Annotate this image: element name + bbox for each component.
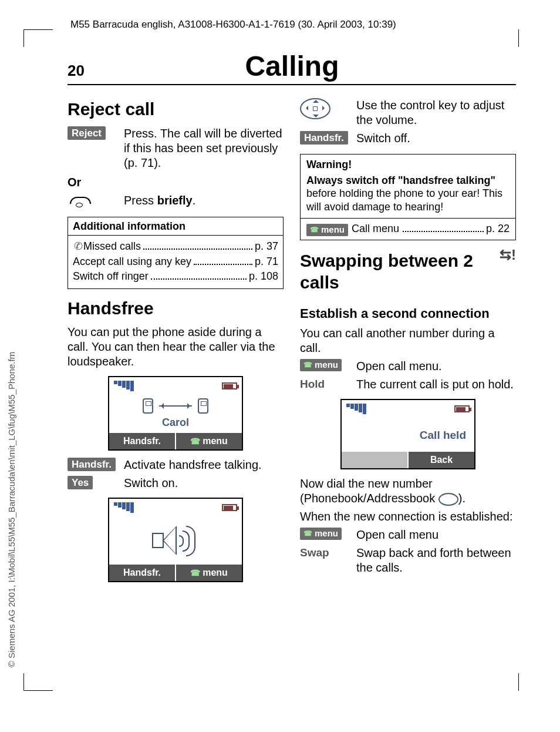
info-row: ✆ Missed calls p. 37 [73, 240, 278, 253]
handsfree-activate-desc: Activate handsfree talking. [124, 458, 284, 472]
hangup-icon [68, 193, 91, 209]
side-copyright: © Siemens AG 2001, I:\Mobil\L55\M55_Barr… [6, 352, 16, 667]
softkey-left: Handsfr. [109, 433, 175, 449]
label-hold: Hold [300, 377, 325, 391]
text: Press [124, 194, 157, 207]
phone-screen-carol: Carol Handsfr. menu [108, 376, 243, 451]
page-number: 20 [68, 62, 85, 80]
page-title: Calling [92, 50, 492, 82]
volume-desc: Use the control key to adjust the volume… [356, 98, 516, 127]
switch-off-desc: Switch off. [356, 131, 516, 146]
warning-bold: Always switch off "handsfree talking" [306, 174, 495, 186]
signal-icon [114, 502, 134, 513]
softkey-menu: menu [300, 528, 342, 540]
arrow-lr-icon [159, 405, 192, 407]
info-page: p. 37 [255, 240, 278, 253]
yes-desc: Switch on. [124, 476, 284, 491]
heading-establish: Establish a second connection [300, 305, 516, 322]
handsfree-intro: You can put the phone aside during a cal… [68, 325, 284, 369]
control-key-icon [300, 98, 330, 119]
signal-icon [114, 381, 134, 391]
signal-icon [346, 404, 366, 414]
or-label: Or [68, 175, 284, 190]
text: . [193, 194, 196, 207]
softkey-handsfree: Handsfr. [68, 458, 116, 471]
caller-name: Carol [114, 416, 237, 429]
call-held-status: Call held [346, 428, 470, 442]
open-menu2-desc: Open call menu [356, 528, 516, 542]
softkey-left: Handsfr. [109, 565, 175, 581]
call-menu-text: Call menu [352, 222, 399, 236]
swap-desc: Swap back and forth between the calls. [356, 546, 516, 575]
info-text: Switch off ringer [73, 270, 149, 283]
title-bar: 20 Calling [68, 50, 516, 85]
warning-title: Warning! [306, 158, 510, 172]
crop-mark [23, 29, 53, 47]
control-key-icon [438, 493, 458, 506]
press-briefly: Press briefly. [124, 193, 284, 208]
battery-icon [222, 382, 237, 389]
softkey-menu: menu [300, 359, 342, 371]
info-text: Missed calls [83, 240, 141, 253]
info-box-title: Additional information [68, 217, 283, 236]
softkey-menu: menu [306, 224, 348, 236]
softkey-right: menu [175, 565, 242, 581]
crop-mark [23, 673, 53, 691]
heading-handsfree: Handsfree [68, 297, 284, 320]
info-page: p. 108 [249, 270, 278, 283]
doc-header: M55 Barracuda english, A31008-H6300-A1-1… [70, 19, 396, 31]
phone-screen-call-held: Call held Back [340, 399, 475, 469]
warning-menu-line: menu Call menu p. 22 [301, 218, 515, 240]
softkey-reject: Reject [68, 126, 106, 140]
text-bold: briefly [157, 194, 193, 207]
phone-icon [198, 398, 208, 414]
reject-description: Press. The call will be diverted if this… [124, 126, 284, 170]
warning-box: Warning! Always switch off "handsfree ta… [300, 154, 516, 240]
battery-icon [222, 504, 237, 511]
text: ). [458, 492, 465, 505]
softkey-right: menu [175, 433, 242, 449]
heading-swapping: Swapping between 2 calls [300, 250, 476, 294]
softkey-left-blank [342, 452, 407, 468]
softkey-back: Back [407, 452, 474, 468]
dial-new-text: Now dial the new number (Phonebook/Addre… [300, 476, 516, 506]
info-text: Accept call using any key [73, 255, 191, 268]
phone-icon [143, 398, 153, 414]
warning-text: before holding the phone to your ear! Th… [306, 187, 502, 213]
softkey-yes: Yes [68, 476, 93, 489]
missed-calls-icon: ✆ [73, 240, 83, 253]
softkey-handsfree: Handsfr. [300, 131, 348, 145]
establish-intro: You can call another number during a cal… [300, 326, 516, 355]
hold-desc: The current call is put on hold. [356, 377, 516, 392]
left-column: Reject call Reject Press. The call will … [68, 95, 284, 589]
crop-mark [518, 29, 519, 47]
swap-icon: ⇆! [500, 246, 516, 264]
phone-screen-speaker: Handsfr. menu [108, 498, 243, 582]
open-menu-desc: Open call menu. [356, 359, 516, 374]
label-swap: Swap [300, 546, 329, 560]
when-established: When the new connection is established: [300, 509, 516, 524]
info-row: Switch off ringer p. 108 [73, 270, 278, 283]
battery-icon [454, 405, 470, 412]
right-column: Use the control key to adjust the volume… [300, 95, 516, 589]
crop-mark [518, 673, 519, 691]
speaker-icon [146, 520, 205, 561]
additional-info-box: Additional information ✆ Missed calls p.… [68, 217, 284, 289]
call-menu-page: p. 22 [486, 222, 510, 236]
info-page: p. 71 [255, 255, 278, 268]
info-row: Accept call using any key p. 71 [73, 255, 278, 268]
heading-reject-call: Reject call [68, 98, 284, 120]
text: Now dial the new number (Phonebook/Addre… [300, 477, 438, 505]
